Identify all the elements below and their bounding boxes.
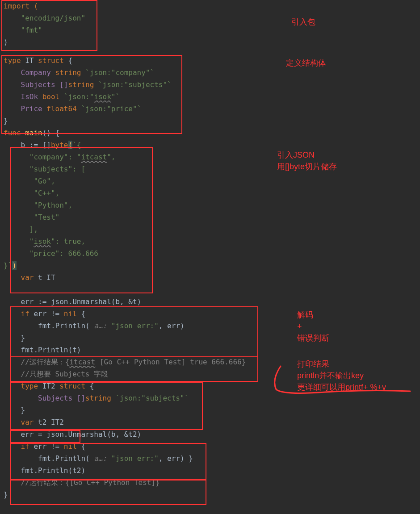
code-line: ], — [0, 223, 420, 235]
code-line: ) — [0, 36, 420, 48]
code-line: var t IT — [0, 272, 420, 284]
code-line: type IT struct { — [0, 54, 420, 67]
code-line: "Python", — [0, 199, 420, 211]
code-editor[interactable]: import ( "encoding/json" "fmt" ) type IT… — [0, 0, 420, 501]
annotation-text-struct: 定义结构体 — [286, 57, 326, 69]
annotation-text-json: 引入JSON 用[]byte切片储存 — [277, 149, 337, 172]
code-line: import ( — [0, 0, 420, 12]
code-line: err := json.Unmarshal(b, &t) — [0, 296, 420, 308]
annotation-text-decode: 解码 + 错误判断 — [297, 309, 329, 344]
string-literal: "fmt" — [21, 26, 42, 34]
annotation-text-print: 打印结果 println并不输出key 更详细可以用printf+ %+v — [297, 358, 386, 393]
code-line: "company": "itcast", — [0, 151, 420, 163]
code-line: func main() { — [0, 127, 420, 139]
code-line: "encoding/json" — [0, 12, 420, 24]
keyword-import: import ( — [4, 2, 38, 10]
code-line: }`) — [0, 259, 420, 272]
code-line: } — [0, 115, 420, 127]
code-line: } — [0, 332, 420, 344]
code-line: "fmt" — [0, 24, 420, 36]
code-line: if err != nil { — [0, 440, 420, 452]
code-line: fmt.Println(t2) — [0, 464, 420, 476]
code-line: "isok": true, — [0, 235, 420, 247]
code-line: var t2 IT2 — [0, 416, 420, 428]
code-line: } — [0, 489, 420, 501]
code-line: fmt.Println( a…: "json err:", err) } — [0, 452, 420, 464]
code-line: b := []byte(`{ — [0, 139, 420, 151]
string-literal: "encoding/json" — [21, 14, 86, 22]
code-line: } — [0, 404, 420, 416]
code-line: Subjects []string `json:"subjects"` — [0, 392, 420, 404]
code-line: "C++", — [0, 187, 420, 199]
code-line: if err != nil { — [0, 308, 420, 320]
code-line: Price float64 `json:"price"` — [0, 103, 420, 115]
code-line: fmt.Println(t) — [0, 344, 420, 356]
annotation-text-import: 引入包 — [291, 16, 315, 28]
code-line: err = json.Unmarshal(b, &t2) — [0, 428, 420, 440]
code-line: "Go", — [0, 175, 420, 187]
code-line: "Test" — [0, 211, 420, 223]
code-line: "subjects": [ — [0, 163, 420, 175]
code-line: //运行结果：{[Go C++ Python Test]} — [0, 476, 420, 489]
code-line: Subjects []string `json:"subjects"` — [0, 79, 420, 91]
code-line: fmt.Println( a…: "json err:", err) — [0, 320, 420, 332]
code-line: "price": 666.666 — [0, 247, 420, 259]
code-line: Company string `json:"company"` — [0, 67, 420, 79]
code-line: IsOk bool `json:"isok"` — [0, 91, 420, 103]
